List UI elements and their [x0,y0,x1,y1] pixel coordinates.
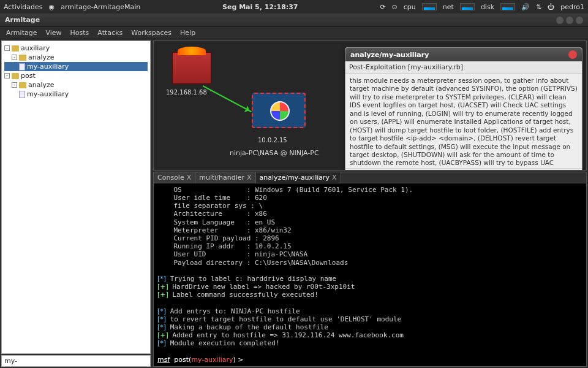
host-firewall[interactable] [172,52,211,84]
windows-logo-icon [270,101,290,121]
net-label: net [443,3,454,11]
tree-item-my-auxiliary[interactable]: my-auxiliary [4,62,148,71]
targets-canvas[interactable]: 192.168.1.68 10.0.2.15 ninja-PC\NASA @ N… [153,40,587,171]
module-tree[interactable]: -auxiliary-analyzemy-auxiliary-post-anal… [1,40,151,354]
app-indicator[interactable]: armitage-ArmitageMain [61,3,140,11]
col-value[interactable]: Value [412,169,582,171]
menu-help[interactable]: Help [176,28,199,38]
folder-icon [12,45,19,52]
tab-close-icon[interactable]: X [332,174,337,182]
menubar: ArmitageViewHostsAttacksWorkspacesHelp [0,27,588,39]
tree-item-my-auxiliary[interactable]: my-auxiliary [4,90,148,99]
tree-item-analyze[interactable]: -analyze [4,80,148,90]
console-output[interactable]: OS : Windows 7 (Build 7601, Service Pack… [153,183,587,367]
tree-item-label: analyze [28,81,55,89]
cpu-label: cpu [404,3,416,11]
expand-toggle[interactable]: - [4,73,10,79]
menu-attacks[interactable]: Attacks [94,28,126,38]
activities-button[interactable]: Actividades [4,3,43,11]
module-dialog: analyze/my-auxiliary Post-Exploitation [… [345,47,582,171]
tab-close-icon[interactable]: X [247,174,252,182]
menu-armitage[interactable]: Armitage [2,28,40,38]
expand-toggle[interactable]: - [12,82,17,88]
tree-item-label: my-auxiliary [27,63,69,71]
tree-item-label: my-auxiliary [27,90,69,98]
close-button[interactable] [576,17,583,24]
menu-view[interactable]: View [42,28,65,38]
options-table-wrap[interactable]: Option ▲ Value APPL0CLEAR0DELHOST0EXECUT… [345,168,582,171]
minimize-button[interactable] [556,17,564,24]
net-graph [460,3,475,10]
tab-analyze-my-auxiliary[interactable]: analyze/my-auxiliary X [256,172,341,183]
tab-label: Console [157,174,184,182]
tree-item-label: analyze [28,53,55,61]
power-icon[interactable]: ⏻ [548,3,554,11]
dialog-header[interactable]: analyze/my-auxiliary [345,48,582,61]
tree-item-post[interactable]: -post [4,71,148,80]
disk-label: disk [481,3,494,11]
options-table[interactable]: Option ▲ Value APPL0CLEAR0DELHOST0EXECUT… [345,168,582,171]
file-icon [19,91,25,98]
tree-item-analyze[interactable]: -analyze [4,53,148,62]
reload-icon[interactable]: ⟳ [380,3,385,11]
user-menu[interactable]: pedro1 [560,3,584,11]
maximize-button[interactable] [566,17,573,24]
file-icon [19,63,25,71]
col-option[interactable]: Option ▲ [345,169,412,171]
folder-icon [19,55,26,61]
dialog-subtitle: Post-Exploitation [my-auxiliary.rb] [345,61,582,74]
globe-icon[interactable]: ⊙ [392,3,398,11]
window-titlebar: Armitage [0,13,588,27]
host-windows[interactable] [252,93,307,132]
radiation-icon: ◉ [49,3,55,11]
tab-label: analyze/my-auxiliary [260,174,330,182]
host1-ip: 192.168.1.68 [166,89,207,96]
folder-icon [19,82,26,88]
dialog-title: analyze/my-auxiliary [350,51,429,59]
expand-toggle[interactable]: - [12,55,17,60]
network-icon[interactable]: ⇅ [536,3,541,11]
tree-item-label: post [21,72,36,80]
tree-item-label: auxiliary [21,44,50,52]
disk-graph [500,3,515,10]
host2-name: ninja-PC\NASA @ NINJA-PC [230,149,319,157]
tab-multi-handler[interactable]: multi/handler X [195,172,255,183]
console-tabs: Console Xmulti/handler Xanalyze/my-auxil… [153,172,587,183]
volume-icon[interactable]: 🔊 [521,3,530,11]
tree-filter-input[interactable] [1,355,151,367]
dialog-description: this module needs a meterpreter session … [345,74,582,168]
gnome-topbar: Actividades ◉ armitage-ArmitageMain Seg … [0,0,588,13]
tab-close-icon[interactable]: X [187,174,192,182]
expand-toggle[interactable]: - [4,45,10,51]
dialog-close-button[interactable] [568,50,577,59]
clock[interactable]: Seg Mai 5, 12:18:37 [140,3,380,11]
menu-workspaces[interactable]: Workspaces [127,28,175,38]
cpu-graph [422,3,437,10]
tab-console[interactable]: Console X [154,172,195,183]
tree-item-auxiliary[interactable]: -auxiliary [4,44,148,53]
host2-ip: 10.0.2.15 [258,137,287,144]
window-title: Armitage [5,16,40,24]
tab-label: multi/handler [199,174,244,182]
folder-icon [12,73,19,79]
session-arrow [203,85,252,112]
menu-hosts[interactable]: Hosts [67,28,93,38]
